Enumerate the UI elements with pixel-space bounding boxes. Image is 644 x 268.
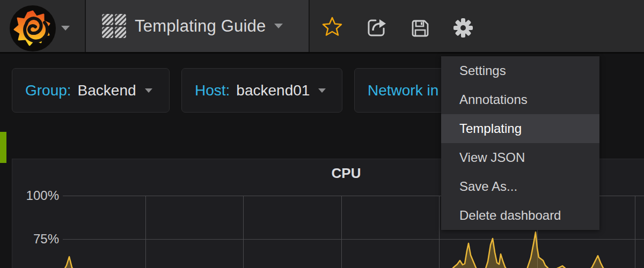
variable-dropdown-group[interactable]: Group: Backend — [12, 68, 170, 113]
chevron-down-icon — [318, 88, 326, 93]
variable-label: Group: — [25, 82, 71, 99]
dashboard-picker-caret-icon[interactable] — [274, 24, 283, 28]
navbar: Templating Guide — [0, 0, 644, 54]
org-switch-caret-icon[interactable] — [61, 26, 70, 31]
grafana-dashboard-screen: CPU 100% 75% Group: Backend Host: backen… — [0, 0, 644, 268]
menu-item-save-as[interactable]: Save As... — [441, 172, 599, 201]
star-icon — [321, 16, 343, 38]
dashboard-title[interactable]: Templating Guide — [135, 17, 266, 36]
menu-item-delete-dashboard[interactable]: Delete dashboard — [441, 201, 599, 230]
menu-item-templating[interactable]: Templating — [441, 114, 599, 143]
variable-label: Network in — [368, 82, 438, 99]
chevron-down-icon — [145, 88, 152, 93]
save-icon — [411, 19, 430, 38]
save-button[interactable] — [408, 17, 432, 40]
row-collapse-marker[interactable] — [0, 132, 6, 163]
grafana-logo[interactable] — [0, 0, 85, 52]
settings-button[interactable] — [451, 16, 475, 40]
share-icon — [365, 17, 387, 38]
menu-item-view-json[interactable]: View JSON — [441, 143, 599, 172]
y-axis-tick-75: 75% — [12, 232, 59, 247]
menu-item-annotations[interactable]: Annotations — [441, 85, 599, 114]
variable-dropdown-host[interactable]: Host: backend01 — [181, 68, 342, 113]
y-axis-tick-100: 100% — [12, 188, 59, 203]
gear-icon — [453, 18, 473, 38]
settings-dropdown-menu: Settings Annotations Templating View JSO… — [441, 56, 599, 230]
variable-value: backend01 — [236, 82, 310, 99]
menu-item-settings[interactable]: Settings — [441, 56, 599, 85]
variable-value: Backend — [78, 82, 136, 99]
navbar-actions-section — [310, 0, 644, 52]
star-button[interactable] — [320, 15, 344, 39]
dashboard-grid-icon[interactable] — [102, 14, 126, 38]
variable-label: Host: — [195, 82, 230, 99]
navbar-logo-section[interactable] — [0, 0, 85, 52]
share-button[interactable] — [364, 16, 388, 39]
dashboard-title-section[interactable]: Templating Guide — [85, 0, 310, 52]
